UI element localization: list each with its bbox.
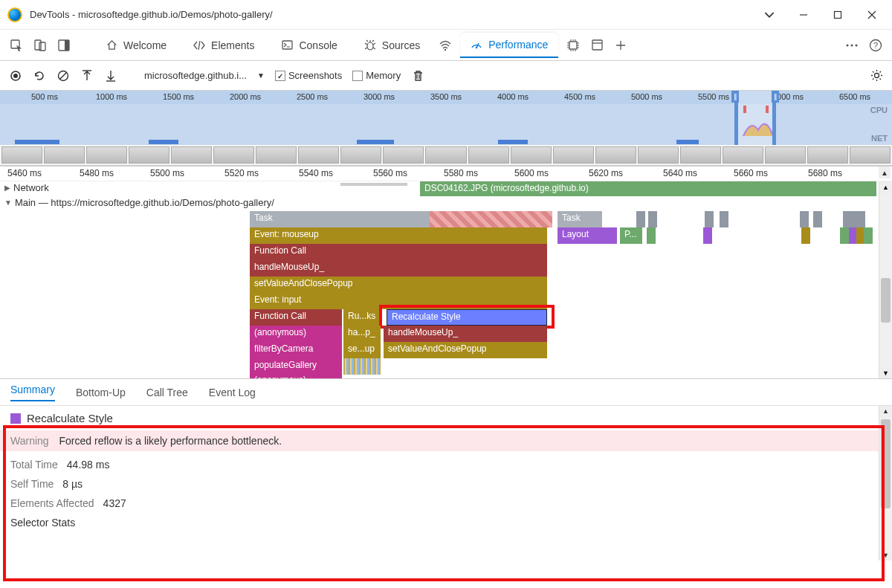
flame-setvalueandclosepopup[interactable]: setValueAndClosePopup bbox=[250, 277, 547, 293]
svg-point-17 bbox=[856, 44, 858, 46]
download-icon[interactable] bbox=[104, 69, 117, 83]
svg-point-21 bbox=[13, 74, 18, 78]
svg-rect-13 bbox=[592, 40, 602, 50]
svg-point-11 bbox=[476, 46, 478, 48]
performance-toolbar: microsoftedge.github.i... ▼ Screenshots … bbox=[0, 61, 892, 91]
clear-button[interactable] bbox=[56, 69, 70, 83]
svg-point-9 bbox=[445, 48, 446, 50]
timeline-overview[interactable]: 500 ms 1000 ms 1500 ms 2000 ms 2500 ms 3… bbox=[0, 91, 892, 167]
flame-anonymous-2[interactable]: (anonymous) bbox=[250, 373, 342, 379]
svg-point-8 bbox=[367, 42, 373, 50]
help-icon[interactable]: ? bbox=[867, 36, 885, 54]
network-item[interactable]: DSC04162.JPG (microsoftedge.github.io) bbox=[420, 181, 876, 196]
flame-runtasks[interactable]: Ru...ks bbox=[343, 309, 381, 326]
tab-performance[interactable]: Performance bbox=[460, 33, 558, 58]
flame-chart[interactable]: ▶Network DSC04162.JPG (microsoftedge.git… bbox=[0, 181, 892, 379]
tab-welcome[interactable]: Welcome bbox=[95, 33, 177, 57]
net-label: NET bbox=[871, 134, 888, 143]
selector-stats-link[interactable]: Selector Stats bbox=[10, 517, 75, 529]
tab-label: Console bbox=[299, 39, 337, 51]
svg-rect-6 bbox=[65, 40, 69, 51]
flame-function-call[interactable]: Function Call bbox=[250, 244, 547, 260]
elements-affected-label: Elements Affected bbox=[10, 497, 94, 509]
svg-rect-12 bbox=[569, 42, 577, 49]
summary-title: Recalculate Style bbox=[27, 412, 113, 424]
close-button[interactable] bbox=[865, 8, 879, 22]
gear-icon[interactable] bbox=[870, 69, 883, 83]
flame-filterbycamera[interactable]: filterByCamera bbox=[250, 342, 342, 358]
warning-row: Warning Forced reflow is a likely perfor… bbox=[0, 430, 892, 451]
flame-paint[interactable]: P... bbox=[620, 227, 642, 244]
tab-console[interactable]: Console bbox=[271, 33, 347, 57]
selection-handle-right[interactable]: ‖ bbox=[772, 91, 779, 103]
total-time-value: 44.98 ms bbox=[67, 459, 110, 471]
flame-populategallery[interactable]: populateGallery bbox=[250, 358, 342, 375]
svg-rect-7 bbox=[282, 41, 292, 49]
reload-button[interactable] bbox=[33, 69, 46, 83]
record-button[interactable] bbox=[9, 69, 22, 83]
svg-line-23 bbox=[60, 72, 67, 79]
screenshots-checkbox[interactable]: Screenshots bbox=[275, 70, 342, 82]
flame-function-call-2[interactable]: Function Call bbox=[250, 309, 342, 326]
svg-point-16 bbox=[851, 44, 853, 46]
tab-eventlog[interactable]: Event Log bbox=[209, 387, 256, 398]
network-conditions-icon[interactable] bbox=[436, 36, 454, 54]
svg-point-26 bbox=[874, 74, 879, 78]
self-time-value: 8 µs bbox=[62, 478, 83, 490]
main-track-header[interactable]: ▼Main — https://microsoftedge.github.io/… bbox=[0, 196, 279, 209]
svg-point-15 bbox=[847, 44, 849, 46]
upload-icon[interactable] bbox=[80, 69, 94, 83]
device-toggle-icon[interactable] bbox=[31, 36, 49, 54]
film-frame[interactable] bbox=[1, 146, 42, 164]
flame-seup[interactable]: se...up bbox=[343, 342, 381, 358]
panel-tabstrip: Welcome Elements Console Sources Perform… bbox=[0, 30, 892, 61]
svg-rect-3 bbox=[35, 40, 41, 50]
gauge-icon bbox=[471, 39, 482, 51]
flame-setvalueandclosepopup-2[interactable]: setValueAndClosePopup bbox=[384, 342, 547, 358]
bug-icon bbox=[364, 39, 376, 51]
flame-anonymous[interactable]: (anonymous) bbox=[250, 326, 342, 342]
recording-url[interactable]: microsoftedge.github.i... bbox=[144, 70, 247, 81]
total-time-label: Total Time bbox=[10, 459, 58, 471]
trash-icon[interactable] bbox=[411, 69, 424, 83]
plus-icon[interactable] bbox=[612, 36, 630, 54]
code-icon bbox=[193, 39, 205, 51]
memory-checkbox[interactable]: Memory bbox=[352, 70, 401, 82]
tab-sources[interactable]: Sources bbox=[354, 33, 430, 57]
scroll-up-icon[interactable]: ▲ bbox=[879, 167, 891, 178]
summary-scrollbar[interactable]: ▲ ▼ bbox=[879, 406, 892, 560]
dock-icon[interactable] bbox=[55, 36, 73, 54]
maximize-button[interactable] bbox=[831, 8, 844, 22]
selection-handle-left[interactable]: ‖ bbox=[731, 91, 739, 103]
inspect-icon[interactable] bbox=[7, 36, 25, 54]
flame-microtasks[interactable] bbox=[343, 358, 381, 375]
minimize-button[interactable] bbox=[797, 8, 810, 22]
flame-task2[interactable]: Task bbox=[558, 211, 602, 227]
chevron-down-icon[interactable] bbox=[763, 8, 776, 22]
application-icon[interactable] bbox=[588, 36, 606, 54]
tab-summary[interactable]: Summary bbox=[10, 384, 55, 401]
window-titlebar: DevTools - microsoftedge.github.io/Demos… bbox=[0, 0, 892, 30]
cpu-label: CPU bbox=[870, 106, 888, 114]
tab-label: Sources bbox=[382, 39, 420, 51]
flame-handlemouseup[interactable]: handleMouseUp_ bbox=[250, 260, 547, 277]
flame-event-mouseup[interactable]: Event: mouseup bbox=[250, 227, 547, 244]
flame-hap[interactable]: ha...p_ bbox=[343, 326, 381, 342]
edge-devtools-icon bbox=[7, 7, 22, 22]
dropdown-triangle-icon[interactable]: ▼ bbox=[257, 71, 265, 80]
self-time-label: Self Time bbox=[10, 478, 54, 490]
flame-scrollbar[interactable]: ▲ ▼ bbox=[879, 181, 892, 379]
tab-label: Performance bbox=[488, 39, 548, 51]
flame-layout[interactable]: Layout bbox=[558, 227, 617, 244]
flame-task-long bbox=[430, 211, 552, 227]
tab-bottomup[interactable]: Bottom-Up bbox=[76, 387, 126, 398]
more-icon[interactable] bbox=[843, 36, 861, 54]
summary-tabs: Summary Bottom-Up Call Tree Event Log bbox=[0, 379, 892, 406]
flame-handlemouseup-2[interactable]: handleMouseUp_ bbox=[384, 326, 547, 342]
tab-elements[interactable]: Elements bbox=[183, 33, 265, 57]
tab-label: Welcome bbox=[123, 39, 167, 51]
tab-calltree[interactable]: Call Tree bbox=[146, 387, 188, 398]
memory-chip-icon[interactable] bbox=[564, 36, 582, 54]
network-track-header[interactable]: ▶Network bbox=[0, 181, 54, 194]
tab-label: Elements bbox=[211, 39, 254, 51]
